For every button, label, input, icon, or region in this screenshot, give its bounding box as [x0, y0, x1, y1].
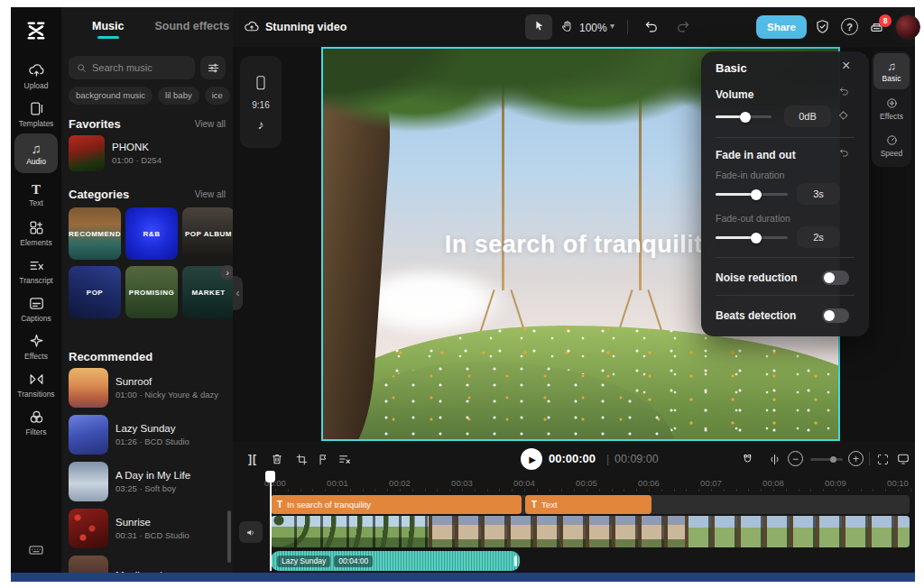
- beats-detection-toggle[interactable]: [822, 308, 849, 323]
- fade-out-value[interactable]: 2s: [797, 226, 840, 248]
- recommended-track-musik-ceria[interactable]: Musik ceria: [69, 556, 229, 573]
- tab-music[interactable]: Music: [92, 20, 124, 32]
- sidebar-item-transitions[interactable]: Transitions: [14, 366, 58, 402]
- delete-clip-button[interactable]: [266, 449, 288, 469]
- music-library-panel: Music Sound effects Search music backgro…: [61, 7, 233, 573]
- recommended-header: Recommended: [69, 350, 226, 363]
- timeline-zoom-out-button[interactable]: −: [788, 451, 803, 466]
- video-clip-segment[interactable]: [271, 516, 429, 547]
- undo-button[interactable]: [643, 19, 660, 35]
- fade-in-slider[interactable]: [716, 193, 788, 196]
- timeline-zoom-in-button[interactable]: +: [848, 451, 864, 466]
- tag-background-music[interactable]: background music: [69, 87, 152, 105]
- fade-in-value[interactable]: 3s: [797, 183, 840, 205]
- recommended-track-lazy-sunday[interactable]: Lazy Sunday 01:26 · BCD Studio: [69, 415, 229, 455]
- tab-speed[interactable]: Speed: [873, 127, 910, 163]
- sidebar-item-templates[interactable]: Templates: [14, 96, 58, 132]
- sidebar-item-text[interactable]: T Text: [14, 177, 58, 213]
- favorite-track-phonk[interactable]: PHONK 01:00 · D254: [69, 133, 229, 173]
- collapse-panel-handle[interactable]: ‹: [233, 276, 243, 310]
- tab-sound-effects[interactable]: Sound effects: [154, 20, 229, 32]
- favorites-view-all-link[interactable]: View all: [195, 119, 226, 129]
- search-input[interactable]: Search music: [69, 56, 195, 79]
- category-tile-rnb[interactable]: R&B: [125, 207, 178, 260]
- aspect-ratio-widget[interactable]: 9:16 ♪: [240, 56, 282, 148]
- close-icon[interactable]: ×: [842, 58, 850, 74]
- tag-lil-baby[interactable]: lil baby: [158, 87, 199, 105]
- track-title: Sunroof: [116, 376, 218, 387]
- project-title[interactable]: Stunning video: [265, 21, 346, 33]
- sidebar-item-transcript[interactable]: Transcript: [14, 253, 58, 289]
- fade-in-slider-knob[interactable]: [751, 189, 762, 200]
- share-button[interactable]: Share: [756, 15, 807, 39]
- category-tile-pop[interactable]: POP: [69, 266, 121, 318]
- beats-detection-label: Beats detection: [716, 309, 796, 322]
- redo-button[interactable]: [675, 19, 691, 35]
- cursor-icon: [532, 19, 546, 36]
- volume-value[interactable]: 0dB: [784, 106, 831, 127]
- fade-out-slider-knob[interactable]: [751, 233, 762, 243]
- upload-icon: [28, 62, 45, 79]
- magnet-snapping-button[interactable]: [736, 449, 758, 469]
- select-tool-button[interactable]: [525, 14, 552, 40]
- recommended-track-sunrise[interactable]: Sunrise 00:31 · BCD Studio: [69, 509, 229, 548]
- category-tile-recommend[interactable]: RECOMMEND: [69, 207, 121, 260]
- mute-track-button[interactable]: [239, 521, 263, 543]
- user-avatar[interactable]: [895, 14, 920, 40]
- preview-quality-button[interactable]: [892, 449, 914, 469]
- sidebar-item-filters[interactable]: Filters: [14, 404, 58, 440]
- sidebar-item-effects[interactable]: Effects: [14, 328, 58, 364]
- keyboard-shortcuts-icon[interactable]: [27, 541, 45, 559]
- sidebar-item-upload[interactable]: Upload: [14, 58, 58, 94]
- recommended-track-sunroof[interactable]: Sunroof 01:00 · Nicky Youre & dazy: [69, 368, 229, 408]
- play-icon: ▶: [529, 455, 536, 464]
- fade-header: Fade in and out: [716, 149, 796, 161]
- panel-scrollbar[interactable]: [227, 510, 231, 563]
- search-filter-button[interactable]: [200, 56, 226, 79]
- zoom-slider-knob[interactable]: [830, 456, 836, 463]
- fade-reset-icon[interactable]: [838, 147, 850, 159]
- hand-tool-button[interactable]: [559, 19, 575, 34]
- marker-flag-button[interactable]: [312, 449, 334, 469]
- panel-divider: [716, 137, 855, 138]
- sidebar-item-elements[interactable]: Elements: [14, 215, 58, 251]
- noise-reduction-toggle[interactable]: [822, 271, 849, 285]
- smart-tools-button[interactable]: [334, 449, 356, 469]
- recommended-title: Recommended: [69, 350, 152, 363]
- fit-timeline-button[interactable]: [872, 449, 893, 469]
- tab-effects[interactable]: Effects: [873, 90, 910, 126]
- timeline-zoom-slider[interactable]: [810, 458, 843, 461]
- export-queue-icon[interactable]: 8: [868, 19, 885, 36]
- video-clip-segment[interactable]: [429, 516, 685, 547]
- volume-slider[interactable]: [716, 115, 772, 118]
- categories-scroll-right-button[interactable]: ›: [220, 265, 233, 280]
- volume-reset-icon[interactable]: [838, 86, 850, 97]
- zoom-level-value[interactable]: 100%: [579, 22, 607, 34]
- text-clip-text[interactable]: T Text: [525, 495, 651, 514]
- timeline-ruler[interactable]: 00:00 00:01 00:02 00:03 00:04 00:05 00:0…: [233, 476, 915, 492]
- recommended-track-a-day-in-my-life[interactable]: A Day in My Life 03:25 · Soft boy: [69, 462, 229, 501]
- help-icon[interactable]: ?: [841, 18, 858, 35]
- keyframe-diamond-icon[interactable]: ◇: [839, 108, 847, 121]
- video-clip-segment[interactable]: [685, 516, 910, 547]
- volume-slider-knob[interactable]: [740, 112, 751, 123]
- ripple-edit-button[interactable]: [763, 449, 785, 469]
- playhead-line[interactable]: [270, 474, 272, 571]
- shield-check-icon[interactable]: [814, 18, 831, 35]
- text-clip-tranquility[interactable]: T In search of tranquility: [271, 495, 522, 514]
- crop-clip-button[interactable]: [291, 449, 312, 469]
- sidebar-item-audio[interactable]: ♫ Audio: [14, 133, 58, 173]
- split-clip-button[interactable]: ][: [242, 449, 263, 469]
- tab-basic[interactable]: ♫ Basic: [873, 53, 910, 89]
- fade-out-slider[interactable]: [716, 236, 788, 239]
- play-button[interactable]: ▶: [521, 448, 542, 470]
- category-tile-promising[interactable]: PROMISING: [125, 266, 178, 318]
- audio-clip-lazy-sunday[interactable]: Lazy Sunday 00:04:00: [271, 551, 520, 571]
- category-tile-pop-album[interactable]: POP ALBUM: [182, 207, 233, 260]
- categories-view-all-link[interactable]: View all: [195, 189, 226, 199]
- speed-tab-icon: [885, 133, 899, 147]
- capcut-editor-window: Upload Templates ♫ Audio T Text Elements…: [0, 0, 924, 588]
- chevron-down-icon[interactable]: ▾: [610, 21, 614, 31]
- sidebar-item-captions[interactable]: Captions: [14, 290, 58, 326]
- tag-ice[interactable]: ice: [205, 87, 230, 105]
